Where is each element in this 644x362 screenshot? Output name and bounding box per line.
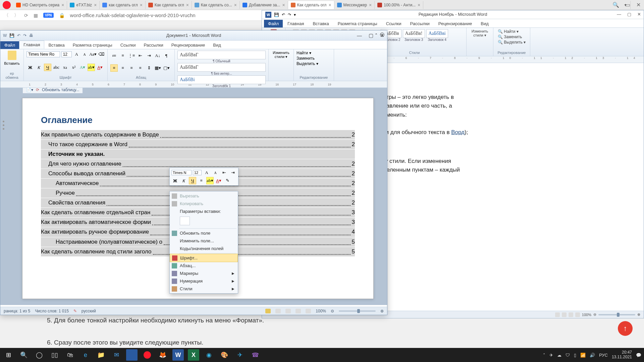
forward-button[interactable]: 〉 [14, 12, 19, 18]
tray-volume-icon[interactable]: 🔊 [590, 353, 595, 358]
view-read-icon[interactable] [275, 309, 281, 313]
minimize-button[interactable]: — [617, 12, 621, 17]
align-center-button[interactable]: ≡ [119, 64, 126, 72]
zoom-out-icon[interactable]: ⊖ [593, 312, 596, 317]
superscript-button[interactable]: x² [70, 64, 77, 71]
edit-action[interactable]: 🔍 Найти ▾ [498, 29, 526, 34]
firefox-icon[interactable]: 🦊 [157, 349, 168, 361]
mini-format-painter-icon[interactable]: ✎ [224, 177, 231, 184]
ribbon-tab[interactable]: Главная [283, 20, 308, 27]
close-button[interactable]: ✕ [637, 12, 641, 17]
zoom-slider[interactable] [598, 314, 635, 315]
notifications-icon[interactable]: 💬 [636, 353, 641, 358]
language-status[interactable]: русский [82, 309, 96, 313]
style-gallery-item[interactable]: АаБбВвіЗаголовок 4 [426, 29, 448, 42]
close-tab-icon[interactable]: × [94, 2, 97, 8]
italic-button[interactable]: К [35, 64, 43, 71]
inc-indent-icon[interactable]: ⇥ [145, 52, 153, 59]
browser-sidebar-dots[interactable] [3, 121, 4, 130]
undo-icon[interactable]: ↶ [17, 33, 20, 38]
ribbon-tab[interactable]: Рецензирование [434, 20, 476, 27]
close-tab-icon[interactable]: × [186, 2, 189, 8]
edit-action[interactable]: Выделить ▾ [297, 61, 331, 66]
maximize-button[interactable]: ▢ [627, 12, 631, 17]
style-gallery-item[interactable]: АаБбВіЗаголовок 1 [177, 75, 266, 88]
dec-indent-icon[interactable]: ⇤ [137, 52, 144, 59]
clock[interactable]: 20:47 13.11.2021 [612, 350, 632, 360]
word-count[interactable]: Число слов: 1 015 [35, 309, 69, 313]
ribbon-help-icon[interactable]: ⓘ [380, 32, 384, 38]
mini-highlight[interactable]: ab▾ [206, 177, 214, 184]
bullets-icon[interactable]: ≔ [110, 52, 118, 59]
ribbon-tab[interactable]: Ссылки [382, 20, 406, 27]
telegram-icon[interactable]: ✈ [234, 349, 246, 361]
ribbon-tab[interactable]: Рецензирование [167, 41, 209, 49]
change-styles-button[interactable]: Изменить стили ▾ [472, 29, 488, 38]
font-color-button[interactable]: A▾ [96, 64, 104, 71]
tray-shield-icon[interactable]: 🛡 [566, 353, 570, 358]
app-icon-1[interactable] [126, 349, 138, 361]
speed-dial-icon[interactable]: ▦ [34, 13, 38, 18]
browser-tab[interactable]: как сделать огл× [100, 1, 146, 9]
ribbon-tab[interactable]: Файл [264, 20, 283, 27]
context-menu-item[interactable]: Стили▶ [170, 285, 238, 293]
font-name-select[interactable]: Times New Ro [26, 51, 60, 57]
explorer-icon[interactable]: 📁 [95, 349, 107, 361]
toc-entry[interactable]: Что такое содержание в Word2 [41, 140, 355, 149]
tray-battery-icon[interactable]: ▯ [574, 353, 576, 358]
proofing-icon[interactable]: ✎ [73, 309, 77, 313]
mini-font-name[interactable]: Times N [171, 170, 192, 175]
link-word[interactable]: Ворд [451, 129, 465, 135]
clear-format-icon[interactable]: ⌫ [98, 51, 105, 58]
mini-font-size[interactable]: 12 [193, 170, 202, 175]
save-icon[interactable]: 💾 [9, 33, 14, 38]
mini-font-color[interactable]: A▾ [215, 177, 222, 184]
browser-tab[interactable]: Как сделать огл× [146, 1, 192, 9]
strike-button[interactable]: abc [53, 64, 60, 71]
zoom-in-icon[interactable]: ⊕ [637, 312, 640, 317]
opera-taskbar-icon[interactable] [142, 349, 153, 361]
close-tab-icon[interactable]: × [369, 2, 372, 8]
mini-dec-indent-icon[interactable]: ⇤ [220, 169, 228, 176]
style-gallery-item[interactable]: АаБбВв!Заголовок 3 [403, 29, 425, 42]
ribbon-tab[interactable]: Рассылки [140, 41, 167, 49]
shading-icon[interactable]: ▦▾ [154, 64, 161, 72]
shrink-font-icon[interactable]: A [81, 51, 88, 58]
close-tab-icon[interactable]: × [282, 2, 285, 8]
context-menu-item[interactable]: Абзац... [170, 262, 238, 269]
tray-onedrive-icon[interactable]: ☁ [557, 353, 561, 358]
mini-underline[interactable]: Ч [189, 177, 196, 184]
multilevel-icon[interactable]: ⋮≡ [128, 52, 135, 59]
tray-chevron-icon[interactable]: ˄ [543, 353, 545, 358]
back-button[interactable]: 〈 [4, 12, 9, 18]
browser-tab[interactable]: Мессенджер× [334, 1, 375, 9]
edit-action[interactable]: Найти ▾ [297, 51, 331, 55]
zoom-out-icon[interactable]: ⊖ [331, 309, 334, 313]
ribbon-tab[interactable]: Рассылки [406, 20, 434, 27]
font-size-select[interactable]: 12 [61, 51, 72, 57]
ie-icon[interactable]: e [80, 349, 91, 361]
change-styles-button[interactable]: Изменить стили ▾ [273, 51, 289, 59]
mini-shrink-font-icon[interactable]: A [212, 169, 219, 176]
context-menu-item[interactable]: Обновить поле [170, 229, 238, 237]
browser-tab[interactable]: 100.00% - Анти...× [375, 1, 423, 9]
scroll-to-top-button[interactable]: ↑ [618, 321, 633, 336]
context-menu-item[interactable]: Маркеры▶ [170, 269, 238, 277]
close-tab-icon[interactable]: × [418, 2, 420, 8]
close-tab-icon[interactable]: × [61, 2, 64, 8]
paste-button[interactable]: Вставить [3, 51, 21, 65]
ribbon-tab[interactable]: Файл [0, 41, 19, 49]
view-web-icon[interactable] [285, 309, 291, 313]
ribbon-tab[interactable]: Вид [209, 41, 225, 49]
toc-entry[interactable]: Как правильно сделать содержание в Ворде… [41, 130, 355, 139]
mini-italic[interactable]: К [180, 177, 187, 184]
context-menu-item[interactable]: Нумерация▶ [170, 277, 238, 285]
mini-bold[interactable]: Ж [171, 177, 179, 184]
browser-tab[interactable]: HD Смотреть сериа× [13, 1, 67, 9]
url-text[interactable]: word-office.ru/kak-sdelat-oglavlenie-v-w… [70, 12, 196, 18]
edit-action[interactable]: 🔍 Выделить ▾ [498, 40, 526, 45]
close-browser-icon[interactable]: ✕ [636, 2, 641, 8]
tray-icon[interactable]: ✈ [549, 353, 553, 358]
toc-icon[interactable]: 📄▾ [26, 88, 33, 92]
windows-icon[interactable]: ▭ [625, 2, 630, 8]
